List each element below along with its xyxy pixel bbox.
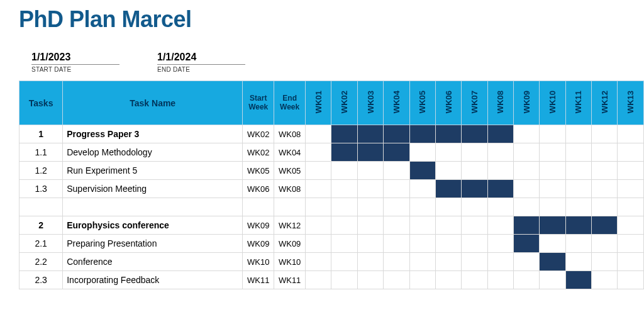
gantt-cell bbox=[592, 162, 618, 180]
gantt-cell bbox=[513, 235, 539, 253]
gantt-cell bbox=[357, 198, 383, 216]
gantt-cell bbox=[540, 253, 565, 271]
cell-task-id: 2.2 bbox=[19, 253, 63, 271]
gantt-cell bbox=[618, 253, 644, 271]
header-week: WK11 bbox=[565, 81, 591, 125]
gantt-cell bbox=[384, 180, 409, 198]
cell-task-name: Europhysics conference bbox=[63, 216, 243, 235]
gantt-cell bbox=[384, 216, 409, 235]
gantt-cell bbox=[409, 180, 435, 198]
gantt-table: Tasks Task Name Start Week End Week WK01… bbox=[19, 81, 644, 289]
header-week: WK13 bbox=[618, 81, 644, 125]
gantt-cell bbox=[435, 198, 461, 216]
header-end-week: End Week bbox=[274, 81, 306, 125]
gantt-cell bbox=[384, 271, 409, 289]
gantt-cell bbox=[462, 180, 487, 198]
gantt-cell bbox=[592, 216, 618, 235]
table-row: 2Europhysics conferenceWK09WK12 bbox=[19, 216, 644, 235]
gantt-cell bbox=[592, 235, 618, 253]
gantt-cell bbox=[357, 180, 383, 198]
gantt-cell bbox=[618, 216, 644, 235]
gantt-cell bbox=[462, 143, 487, 162]
table-row bbox=[19, 198, 644, 216]
gantt-cell bbox=[540, 271, 565, 289]
cell-start-week: WK02 bbox=[243, 125, 274, 143]
gantt-cell bbox=[618, 235, 644, 253]
start-date-value: 1/1/2023 bbox=[31, 52, 119, 65]
table-row: 1.3Supervision MeetingWK06WK08 bbox=[19, 180, 644, 198]
gantt-cell bbox=[540, 162, 565, 180]
cell-task-name: Run Experiment 5 bbox=[63, 162, 243, 180]
gantt-cell bbox=[565, 216, 591, 235]
cell-start-week: WK05 bbox=[243, 162, 274, 180]
gantt-cell bbox=[487, 143, 513, 162]
gantt-cell bbox=[513, 162, 539, 180]
gantt-cell bbox=[409, 198, 435, 216]
gantt-cell bbox=[357, 253, 383, 271]
cell-task-name: Progress Paper 3 bbox=[63, 125, 243, 143]
gantt-cell bbox=[618, 198, 644, 216]
gantt-cell bbox=[513, 198, 539, 216]
gantt-cell bbox=[565, 143, 591, 162]
gantt-cell bbox=[357, 235, 383, 253]
gantt-cell bbox=[540, 216, 565, 235]
cell-task-name: Preparing Presentation bbox=[63, 235, 243, 253]
gantt-cell bbox=[540, 235, 565, 253]
gantt-cell bbox=[565, 198, 591, 216]
table-row: 1.1Develop MethodologyWK02WK04 bbox=[19, 143, 644, 162]
gantt-cell bbox=[384, 198, 409, 216]
header-week: WK02 bbox=[331, 81, 357, 125]
gantt-cell bbox=[384, 162, 409, 180]
gantt-cell bbox=[306, 143, 331, 162]
gantt-cell bbox=[513, 216, 539, 235]
gantt-cell bbox=[331, 271, 357, 289]
gantt-cell bbox=[618, 271, 644, 289]
header-week: WK08 bbox=[487, 81, 513, 125]
gantt-cell bbox=[513, 253, 539, 271]
cell-task-name bbox=[63, 198, 243, 216]
gantt-cell bbox=[435, 216, 461, 235]
cell-task-id: 2.3 bbox=[19, 271, 63, 289]
header-week: WK10 bbox=[540, 81, 565, 125]
gantt-cell bbox=[331, 235, 357, 253]
cell-task-id: 2.1 bbox=[19, 235, 63, 253]
gantt-cell bbox=[306, 162, 331, 180]
end-date-value: 1/1/2024 bbox=[157, 52, 245, 65]
header-task-name: Task Name bbox=[63, 81, 243, 125]
end-date-block: 1/1/2024 END DATE bbox=[157, 52, 245, 73]
gantt-cell bbox=[462, 253, 487, 271]
cell-end-week: WK08 bbox=[274, 180, 306, 198]
gantt-cell bbox=[306, 271, 331, 289]
cell-end-week: WK10 bbox=[274, 253, 306, 271]
gantt-cell bbox=[357, 216, 383, 235]
gantt-cell bbox=[306, 235, 331, 253]
gantt-cell bbox=[409, 143, 435, 162]
cell-end-week bbox=[274, 198, 306, 216]
cell-task-id: 1.1 bbox=[19, 143, 63, 162]
cell-start-week: WK02 bbox=[243, 143, 274, 162]
gantt-cell bbox=[565, 125, 591, 143]
gantt-cell bbox=[487, 253, 513, 271]
gantt-cell bbox=[462, 162, 487, 180]
gantt-cell bbox=[357, 125, 383, 143]
table-row: 1.2Run Experiment 5WK05WK05 bbox=[19, 162, 644, 180]
gantt-cell bbox=[435, 253, 461, 271]
header-week: WK05 bbox=[409, 81, 435, 125]
cell-task-name: Develop Methodology bbox=[63, 143, 243, 162]
header-week: WK12 bbox=[592, 81, 618, 125]
cell-task-name: Incorporating Feedback bbox=[63, 271, 243, 289]
gantt-cell bbox=[592, 125, 618, 143]
gantt-cell bbox=[618, 143, 644, 162]
cell-end-week: WK08 bbox=[274, 125, 306, 143]
gantt-cell bbox=[409, 125, 435, 143]
header-week: WK03 bbox=[357, 81, 383, 125]
gantt-cell bbox=[513, 125, 539, 143]
cell-task-id: 2 bbox=[19, 216, 63, 235]
gantt-cell bbox=[409, 216, 435, 235]
gantt-cell bbox=[462, 271, 487, 289]
table-row: 1Progress Paper 3WK02WK08 bbox=[19, 125, 644, 143]
table-row: 2.2ConferenceWK10WK10 bbox=[19, 253, 644, 271]
gantt-cell bbox=[592, 253, 618, 271]
gantt-cell bbox=[513, 143, 539, 162]
gantt-cell bbox=[331, 216, 357, 235]
